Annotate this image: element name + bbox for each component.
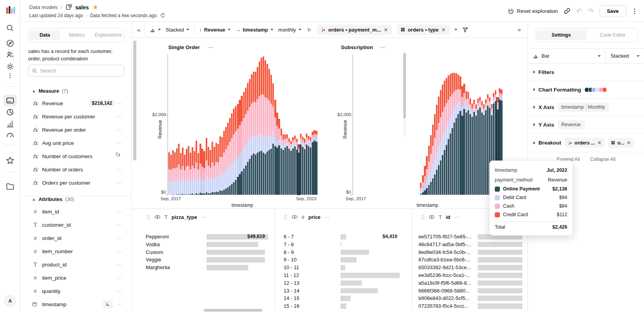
granularity-button[interactable]: monthly xyxy=(278,27,302,33)
bar[interactable] xyxy=(257,67,258,195)
save-button[interactable]: Save xyxy=(600,5,626,17)
tab-settings[interactable]: Settings xyxy=(536,30,586,40)
summary-row[interactable]: 8ed9e034-fc54-5c0b-... xyxy=(412,249,528,256)
bar[interactable] xyxy=(461,86,463,195)
pie-chart-icon[interactable] xyxy=(5,108,15,117)
field-menu-icon[interactable]: ⋯ xyxy=(116,262,122,268)
remove-pill-icon[interactable]: ✕ xyxy=(627,140,631,146)
measure-item-Number of orders[interactable]: fxNumber of orders⋯ xyxy=(20,163,132,176)
field-menu-icon[interactable]: ⋯ xyxy=(116,249,122,254)
bar[interactable] xyxy=(312,132,313,195)
remove-pill-icon[interactable]: ✕ xyxy=(597,140,601,146)
x-field-button[interactable]: → timestamp xyxy=(235,27,273,33)
bar[interactable] xyxy=(268,69,270,195)
bar[interactable] xyxy=(430,135,432,195)
remove-pill-icon[interactable]: ✕ xyxy=(384,27,388,33)
y-axis-section[interactable]: Y Axis Revenue xyxy=(528,116,644,134)
scrollbar-thumb[interactable] xyxy=(133,41,136,160)
bar[interactable] xyxy=(316,131,317,195)
measure-item-Orders per customer[interactable]: fxOrders per customer⋯ xyxy=(20,176,132,189)
bar[interactable] xyxy=(198,153,199,195)
bar[interactable] xyxy=(182,148,183,195)
bar[interactable] xyxy=(229,118,231,195)
bar[interactable] xyxy=(272,83,274,195)
bar[interactable] xyxy=(432,125,434,195)
plot-area[interactable] xyxy=(168,55,317,195)
field-menu-icon[interactable]: ⋯ xyxy=(116,301,122,307)
field-menu-icon[interactable]: ⋯ xyxy=(116,140,122,146)
bar[interactable] xyxy=(466,91,467,195)
undo-icon[interactable]: ↶ xyxy=(576,7,582,16)
field-menu-icon[interactable]: ⋯ xyxy=(116,167,122,173)
summary-row[interactable]: 14 - 15 xyxy=(275,294,412,302)
column-menu-icon[interactable]: ⋯ xyxy=(454,214,460,220)
folder-icon[interactable] xyxy=(5,182,15,191)
bar[interactable] xyxy=(296,139,298,195)
bar[interactable] xyxy=(247,83,249,195)
breakout-pill-payment-method[interactable]: orders ... ✕ xyxy=(565,138,605,148)
bar[interactable] xyxy=(208,147,209,195)
bar[interactable] xyxy=(302,137,303,195)
bar[interactable] xyxy=(270,75,272,195)
highlighted-bar[interactable] xyxy=(298,145,300,195)
summary-row[interactable]: 46c64717-ad5a-5bf5-... xyxy=(412,241,528,249)
summary-row[interactable]: 87cdfca3-b1ea-5bc6-... xyxy=(412,256,528,264)
bar[interactable] xyxy=(188,146,189,195)
stack-style-button[interactable]: Stacked xyxy=(166,27,189,33)
bar[interactable] xyxy=(436,105,438,195)
field-menu-icon[interactable]: ⋯ xyxy=(116,114,122,120)
bar[interactable] xyxy=(235,106,236,195)
bar[interactable] xyxy=(479,97,481,195)
chart-menu-icon[interactable]: ⋯ xyxy=(380,44,385,50)
bar[interactable] xyxy=(186,149,187,195)
bar[interactable] xyxy=(223,131,225,195)
bar[interactable] xyxy=(227,123,229,195)
bar[interactable] xyxy=(459,76,461,195)
bar[interactable] xyxy=(241,96,242,195)
viz-style-select[interactable]: Stacked xyxy=(606,49,644,63)
bar[interactable] xyxy=(450,74,451,195)
tab-code-editor[interactable]: Code Editor xyxy=(588,32,638,38)
column-header-price[interactable]: #price⋯ xyxy=(284,213,330,221)
field-menu-icon[interactable]: ⋯ xyxy=(116,180,122,186)
summary-row[interactable]: b908e843-d022-5cf5... xyxy=(412,294,528,302)
measure-item-Revenue[interactable]: fxRevenue$218,142⋯ xyxy=(20,97,132,110)
bar[interactable] xyxy=(245,88,247,195)
attributes-section-header[interactable]: ▲ Attributes (30) xyxy=(20,194,132,204)
bar[interactable] xyxy=(304,139,305,195)
summary-row[interactable]: 8 - 9 xyxy=(275,249,412,256)
bar[interactable] xyxy=(428,146,430,195)
bar[interactable] xyxy=(274,100,276,195)
tab-explorations[interactable]: Explorations xyxy=(93,32,124,38)
bar[interactable] xyxy=(266,64,268,195)
bar[interactable] xyxy=(210,150,211,195)
bar[interactable] xyxy=(469,99,471,195)
breakout-pill-type[interactable]: o... ✕ xyxy=(608,138,634,148)
bar[interactable] xyxy=(170,155,172,195)
kebab-menu-icon[interactable]: ⋮ xyxy=(632,7,638,15)
summary-row[interactable]: 6666f368-0968-5880... xyxy=(412,287,528,295)
user-avatar[interactable]: A xyxy=(4,295,16,307)
bar[interactable] xyxy=(481,101,483,195)
bar-chart-icon[interactable] xyxy=(5,119,15,129)
bar[interactable] xyxy=(455,73,457,195)
summary-row[interactable]: a5a18c9f-f5f6-5d66-8... xyxy=(412,279,528,287)
measure-section-header[interactable]: ▲ Measure (7) xyxy=(20,86,132,96)
chart-menu-icon[interactable]: ⋯ xyxy=(208,44,213,50)
summary-row[interactable]: 7 - 8 xyxy=(275,241,412,249)
bar[interactable] xyxy=(452,73,453,195)
attribute-item-customer_id[interactable]: Tcustomer_id⋯ xyxy=(20,218,132,231)
bar[interactable] xyxy=(215,143,217,195)
field-menu-icon[interactable]: ⋯ xyxy=(116,275,122,281)
attribute-item-timestamp[interactable]: timestamp⋯ xyxy=(20,298,132,311)
bar[interactable] xyxy=(233,109,235,195)
bar[interactable] xyxy=(194,151,195,195)
tab-data[interactable]: Data xyxy=(30,30,60,40)
summary-row[interactable]: 10 - 11 xyxy=(275,264,412,271)
field-menu-icon[interactable]: ⋯ xyxy=(116,222,122,228)
chart-type-button[interactable] xyxy=(150,27,161,33)
bar[interactable] xyxy=(440,90,441,195)
summary-row[interactable]: 9 - 10 xyxy=(275,256,412,264)
bar[interactable] xyxy=(314,130,315,195)
bar[interactable] xyxy=(288,138,290,195)
